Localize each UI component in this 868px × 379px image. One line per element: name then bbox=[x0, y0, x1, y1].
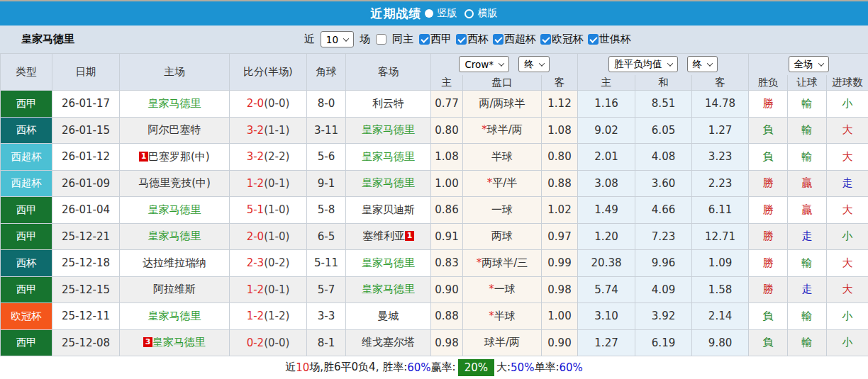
match-count-select[interactable]: 10 bbox=[321, 31, 354, 47]
league-filter-laliga[interactable]: 西甲 bbox=[419, 33, 452, 46]
home-team: 阿尔巴塞特 bbox=[120, 117, 230, 144]
league-filter-ucl[interactable]: 欧冠杯 bbox=[540, 33, 584, 46]
checkbox-checked-icon[interactable] bbox=[456, 34, 467, 45]
mean-draw: 9.96 bbox=[635, 250, 692, 277]
team-name: 皇家马德里 bbox=[362, 150, 415, 163]
result-handicap: 輸 bbox=[788, 144, 827, 171]
mean-home: 20.38 bbox=[578, 250, 635, 277]
half-time-score: (0-2) bbox=[264, 256, 289, 269]
summary-segment: 60% bbox=[559, 361, 582, 374]
result-wl: 勝 bbox=[749, 250, 788, 277]
team-name: 曼城 bbox=[378, 310, 399, 322]
mean-away: 1.09 bbox=[692, 250, 749, 277]
type-badge: 西超杯 bbox=[1, 144, 52, 171]
team-name: 皇家马德里 bbox=[362, 283, 415, 295]
table-row: 西甲26-01-17皇家马德里2-0(0-0)8-0利云特0.77两/两球半1.… bbox=[1, 91, 868, 118]
mean-home: 1.27 bbox=[578, 329, 635, 356]
mean-home: 3.08 bbox=[578, 170, 635, 197]
full-time-score: 3-2 bbox=[247, 124, 265, 137]
odds-away: 1.08 bbox=[542, 117, 578, 144]
mean-away: 12.71 bbox=[692, 223, 749, 250]
games-label: 场 bbox=[360, 33, 370, 46]
radio-selected-icon[interactable] bbox=[425, 9, 433, 18]
summary-segment: 单率: bbox=[534, 361, 559, 374]
mean-time-select[interactable]: 终 bbox=[687, 56, 718, 72]
league-filter-supercopa[interactable]: 西超杯 bbox=[493, 33, 536, 46]
chevron-down-icon bbox=[343, 35, 349, 41]
bookmaker-select[interactable]: Crow* bbox=[459, 56, 509, 72]
layout-vertical-radio[interactable]: 竖版 bbox=[429, 7, 457, 20]
handicap: 球半/两 bbox=[463, 329, 542, 356]
mean-home: 9.02 bbox=[578, 117, 635, 144]
away-team: 塞维利亚1 bbox=[346, 223, 431, 250]
half-time-score: (2-2) bbox=[264, 150, 289, 163]
odds-home: 0.83 bbox=[431, 250, 463, 277]
home-team: 达拉维拉瑞纳 bbox=[120, 250, 230, 277]
result-goals: 小 bbox=[827, 223, 868, 250]
score-cell: 5-1(1-0) bbox=[230, 197, 307, 224]
type-badge: 西杯 bbox=[1, 117, 52, 144]
mean-home: 5.74 bbox=[578, 276, 635, 303]
league-label: 世俱杯 bbox=[599, 33, 631, 46]
mean-time-value: 终 bbox=[693, 58, 703, 71]
col-mean-away: 客 bbox=[692, 75, 749, 91]
odds-away: 0.98 bbox=[542, 276, 578, 303]
layout-horizontal-label[interactable]: 横版 bbox=[478, 7, 498, 20]
mean-away: 9.80 bbox=[692, 329, 749, 356]
table-row: 欧冠杯25-12-11皇家马德里1-2(1-2)3-3曼城0.88*半球1.00… bbox=[1, 303, 868, 330]
handicap: *平/半 bbox=[463, 170, 542, 197]
match-date: 26-01-09 bbox=[52, 170, 120, 197]
mean-away: 14.78 bbox=[692, 91, 749, 118]
mean-away: 3.23 bbox=[692, 144, 749, 171]
recent-results-panel: 近期战绩 竖版 横版 皇家马德里 近 10 场 同主 西甲 bbox=[0, 0, 868, 379]
type-badge: 西杯 bbox=[1, 250, 52, 277]
odds-time-value: 终 bbox=[524, 58, 534, 71]
odds-home: 0.80 bbox=[431, 117, 463, 144]
mean-home: 3.10 bbox=[578, 303, 635, 330]
chevron-down-icon bbox=[499, 60, 504, 66]
odds-home: 1.08 bbox=[431, 144, 463, 171]
mean-draw: 6.05 bbox=[635, 117, 692, 144]
scope-select[interactable]: 全场 bbox=[789, 56, 829, 72]
home-team: 皇家马德里 bbox=[120, 197, 230, 224]
league-filter-cwc[interactable]: 世俱杯 bbox=[588, 33, 631, 46]
table-row: 西杯25-12-18达拉维拉瑞纳2-3(0-2)5-11皇家马德里0.83*两球… bbox=[1, 250, 868, 277]
checkbox-checked-icon[interactable] bbox=[493, 34, 503, 45]
league-label: 西杯 bbox=[467, 33, 489, 46]
corner-score: 5-6 bbox=[307, 144, 346, 171]
result-handicap: 走 bbox=[788, 223, 827, 250]
mean-away: 1.27 bbox=[692, 117, 749, 144]
league-filter-copa[interactable]: 西杯 bbox=[456, 33, 489, 46]
handicap: *两球半/三 bbox=[463, 250, 542, 277]
chevron-down-icon bbox=[707, 60, 713, 66]
type-badge: 西甲 bbox=[1, 276, 52, 303]
result-group-header: 全场 bbox=[749, 54, 868, 75]
half-time-score: (1-0) bbox=[264, 203, 289, 216]
mean-away: 6.11 bbox=[692, 197, 749, 224]
same-home-checkbox[interactable] bbox=[376, 34, 386, 45]
league-label: 欧冠杯 bbox=[552, 33, 584, 46]
table-row: 西甲25-12-083皇家马德里0-2(0-0)8-1维戈塞尔塔0.98球半/两… bbox=[1, 329, 868, 356]
layout-vertical-label[interactable]: 竖版 bbox=[438, 7, 457, 20]
checkbox-checked-icon[interactable] bbox=[419, 34, 430, 45]
handicap: *一球 bbox=[463, 276, 542, 303]
mean-home: 1.16 bbox=[578, 91, 635, 118]
team-name: 皇家马德里 bbox=[148, 310, 201, 322]
mean-select[interactable]: 胜平负均值 bbox=[608, 56, 678, 72]
odds-away: 0.99 bbox=[542, 250, 578, 277]
radio-unselected-icon[interactable] bbox=[464, 9, 474, 18]
table-row: 西甲25-12-21皇家马德里2-0(1-0)6-5塞维利亚10.91两球0.9… bbox=[1, 223, 868, 250]
rank-badge: 1 bbox=[405, 231, 414, 241]
col-handicap: 盘口 bbox=[463, 75, 542, 91]
match-date: 25-12-15 bbox=[52, 276, 120, 303]
team-name: 皇家马德里 bbox=[148, 230, 201, 242]
summary-segment: 60% bbox=[407, 361, 430, 374]
checkbox-checked-icon[interactable] bbox=[540, 34, 551, 45]
checkbox-checked-icon[interactable] bbox=[588, 34, 599, 45]
score-cell: 1-2(0-1) bbox=[230, 170, 307, 197]
half-time-score: (0-0) bbox=[264, 336, 289, 349]
corner-score: 3-11 bbox=[307, 117, 346, 144]
layout-horizontal-radio[interactable]: 横版 bbox=[464, 7, 498, 20]
odds-time-select[interactable]: 终 bbox=[518, 56, 550, 72]
odds-away: 1.12 bbox=[542, 91, 578, 118]
